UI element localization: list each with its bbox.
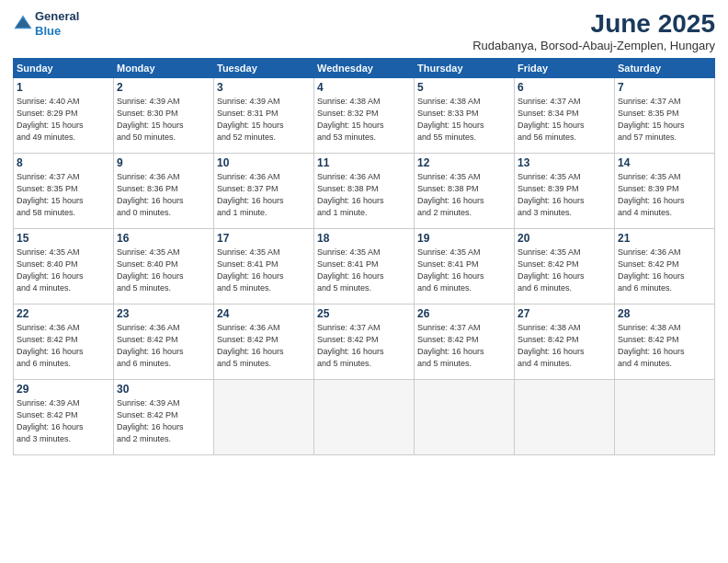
day-info: Sunrise: 4:39 AMSunset: 8:42 PMDaylight:… [117, 397, 210, 445]
calendar-cell: 15Sunrise: 4:35 AMSunset: 8:40 PMDayligh… [14, 229, 114, 304]
day-info: Sunrise: 4:35 AMSunset: 8:38 PMDaylight:… [417, 171, 511, 219]
day-number: 9 [117, 156, 210, 169]
day-number: 3 [217, 81, 311, 94]
day-info: Sunrise: 4:39 AMSunset: 8:42 PMDaylight:… [17, 397, 110, 445]
calendar-cell [515, 380, 615, 455]
day-info: Sunrise: 4:36 AMSunset: 8:42 PMDaylight:… [217, 322, 311, 370]
calendar-cell [615, 380, 715, 455]
day-number: 4 [317, 81, 411, 94]
day-number: 20 [518, 232, 611, 245]
logo-text: General Blue [35, 9, 79, 38]
day-number: 11 [317, 156, 411, 169]
day-number: 12 [417, 156, 511, 169]
day-info: Sunrise: 4:39 AMSunset: 8:30 PMDaylight:… [117, 96, 210, 144]
day-number: 21 [618, 232, 711, 245]
weekday-header-thursday: Thursday [415, 59, 515, 78]
calendar-cell: 26Sunrise: 4:37 AMSunset: 8:42 PMDayligh… [415, 304, 515, 380]
day-info: Sunrise: 4:36 AMSunset: 8:42 PMDaylight:… [618, 247, 711, 294]
calendar-cell: 28Sunrise: 4:38 AMSunset: 8:42 PMDayligh… [615, 304, 715, 380]
header: General Blue June 2025 Rudabanya, Borsod… [13, 9, 715, 52]
calendar-cell: 8Sunrise: 4:37 AMSunset: 8:35 PMDaylight… [14, 154, 114, 229]
calendar-cell [415, 380, 515, 455]
day-info: Sunrise: 4:35 AMSunset: 8:39 PMDaylight:… [618, 171, 711, 219]
day-info: Sunrise: 4:38 AMSunset: 8:32 PMDaylight:… [317, 96, 411, 144]
day-number: 6 [518, 81, 611, 94]
day-info: Sunrise: 4:37 AMSunset: 8:42 PMDaylight:… [317, 322, 411, 370]
calendar-cell: 17Sunrise: 4:35 AMSunset: 8:41 PMDayligh… [214, 229, 314, 304]
calendar-cell: 24Sunrise: 4:36 AMSunset: 8:42 PMDayligh… [214, 304, 314, 380]
weekday-header-monday: Monday [114, 59, 214, 78]
logo: General Blue [13, 9, 79, 38]
day-number: 15 [17, 232, 110, 245]
day-info: Sunrise: 4:36 AMSunset: 8:42 PMDaylight:… [117, 322, 210, 370]
day-number: 13 [518, 156, 611, 169]
calendar-cell: 16Sunrise: 4:35 AMSunset: 8:40 PMDayligh… [114, 229, 214, 304]
day-number: 8 [17, 156, 110, 169]
day-number: 2 [117, 81, 210, 94]
calendar-week-3: 15Sunrise: 4:35 AMSunset: 8:40 PMDayligh… [14, 229, 715, 304]
day-info: Sunrise: 4:37 AMSunset: 8:35 PMDaylight:… [618, 96, 711, 144]
day-number: 27 [518, 307, 611, 320]
calendar-cell: 11Sunrise: 4:36 AMSunset: 8:38 PMDayligh… [314, 154, 415, 229]
page: General Blue June 2025 Rudabanya, Borsod… [0, 0, 728, 563]
day-info: Sunrise: 4:38 AMSunset: 8:42 PMDaylight:… [518, 322, 611, 370]
calendar-cell: 13Sunrise: 4:35 AMSunset: 8:39 PMDayligh… [515, 154, 615, 229]
day-number: 23 [117, 307, 210, 320]
logo-icon [13, 14, 33, 34]
calendar-cell: 29Sunrise: 4:39 AMSunset: 8:42 PMDayligh… [14, 380, 114, 455]
calendar-cell: 21Sunrise: 4:36 AMSunset: 8:42 PMDayligh… [615, 229, 715, 304]
day-info: Sunrise: 4:37 AMSunset: 8:42 PMDaylight:… [417, 322, 511, 370]
day-number: 24 [217, 307, 311, 320]
day-info: Sunrise: 4:36 AMSunset: 8:42 PMDaylight:… [17, 322, 110, 370]
day-number: 14 [618, 156, 711, 169]
calendar-body: 1Sunrise: 4:40 AMSunset: 8:29 PMDaylight… [14, 78, 715, 455]
day-info: Sunrise: 4:36 AMSunset: 8:38 PMDaylight:… [317, 171, 411, 219]
month-title: June 2025 [472, 9, 715, 39]
day-info: Sunrise: 4:35 AMSunset: 8:39 PMDaylight:… [518, 171, 611, 219]
calendar-cell: 9Sunrise: 4:36 AMSunset: 8:36 PMDaylight… [114, 154, 214, 229]
day-info: Sunrise: 4:37 AMSunset: 8:35 PMDaylight:… [17, 171, 110, 219]
calendar-cell: 27Sunrise: 4:38 AMSunset: 8:42 PMDayligh… [515, 304, 615, 380]
day-info: Sunrise: 4:35 AMSunset: 8:42 PMDaylight:… [518, 247, 611, 294]
day-info: Sunrise: 4:35 AMSunset: 8:41 PMDaylight:… [417, 247, 511, 294]
calendar-cell: 7Sunrise: 4:37 AMSunset: 8:35 PMDaylight… [615, 78, 715, 154]
calendar-cell: 19Sunrise: 4:35 AMSunset: 8:41 PMDayligh… [415, 229, 515, 304]
calendar-cell: 10Sunrise: 4:36 AMSunset: 8:37 PMDayligh… [214, 154, 314, 229]
calendar-cell: 6Sunrise: 4:37 AMSunset: 8:34 PMDaylight… [515, 78, 615, 154]
calendar-cell: 4Sunrise: 4:38 AMSunset: 8:32 PMDaylight… [314, 78, 415, 154]
day-info: Sunrise: 4:35 AMSunset: 8:40 PMDaylight:… [117, 247, 210, 294]
calendar-cell: 23Sunrise: 4:36 AMSunset: 8:42 PMDayligh… [114, 304, 214, 380]
day-number: 1 [17, 81, 110, 94]
location: Rudabanya, Borsod-Abauj-Zemplen, Hungary [472, 39, 715, 52]
title-block: June 2025 Rudabanya, Borsod-Abauj-Zemple… [472, 9, 715, 52]
day-info: Sunrise: 4:35 AMSunset: 8:41 PMDaylight:… [217, 247, 311, 294]
day-number: 26 [417, 307, 511, 320]
calendar-cell: 12Sunrise: 4:35 AMSunset: 8:38 PMDayligh… [415, 154, 515, 229]
calendar-week-2: 8Sunrise: 4:37 AMSunset: 8:35 PMDaylight… [14, 154, 715, 229]
calendar-header: SundayMondayTuesdayWednesdayThursdayFrid… [14, 59, 715, 78]
day-info: Sunrise: 4:35 AMSunset: 8:41 PMDaylight:… [317, 247, 411, 294]
day-number: 29 [17, 383, 110, 396]
calendar-cell: 20Sunrise: 4:35 AMSunset: 8:42 PMDayligh… [515, 229, 615, 304]
day-info: Sunrise: 4:38 AMSunset: 8:42 PMDaylight:… [618, 322, 711, 370]
calendar-cell: 3Sunrise: 4:39 AMSunset: 8:31 PMDaylight… [214, 78, 314, 154]
day-info: Sunrise: 4:36 AMSunset: 8:37 PMDaylight:… [217, 171, 311, 219]
day-info: Sunrise: 4:39 AMSunset: 8:31 PMDaylight:… [217, 96, 311, 144]
day-info: Sunrise: 4:40 AMSunset: 8:29 PMDaylight:… [17, 96, 110, 144]
day-number: 18 [317, 232, 411, 245]
day-number: 19 [417, 232, 511, 245]
calendar-cell: 30Sunrise: 4:39 AMSunset: 8:42 PMDayligh… [114, 380, 214, 455]
day-number: 22 [17, 307, 110, 320]
calendar-cell: 2Sunrise: 4:39 AMSunset: 8:30 PMDaylight… [114, 78, 214, 154]
day-number: 28 [618, 307, 711, 320]
calendar-cell: 25Sunrise: 4:37 AMSunset: 8:42 PMDayligh… [314, 304, 415, 380]
calendar-cell: 5Sunrise: 4:38 AMSunset: 8:33 PMDaylight… [415, 78, 515, 154]
day-info: Sunrise: 4:36 AMSunset: 8:36 PMDaylight:… [117, 171, 210, 219]
calendar-week-4: 22Sunrise: 4:36 AMSunset: 8:42 PMDayligh… [14, 304, 715, 380]
day-info: Sunrise: 4:35 AMSunset: 8:40 PMDaylight:… [17, 247, 110, 294]
day-number: 5 [417, 81, 511, 94]
weekday-header-saturday: Saturday [615, 59, 715, 78]
calendar-cell [314, 380, 415, 455]
calendar-cell: 14Sunrise: 4:35 AMSunset: 8:39 PMDayligh… [615, 154, 715, 229]
calendar-week-1: 1Sunrise: 4:40 AMSunset: 8:29 PMDaylight… [14, 78, 715, 154]
